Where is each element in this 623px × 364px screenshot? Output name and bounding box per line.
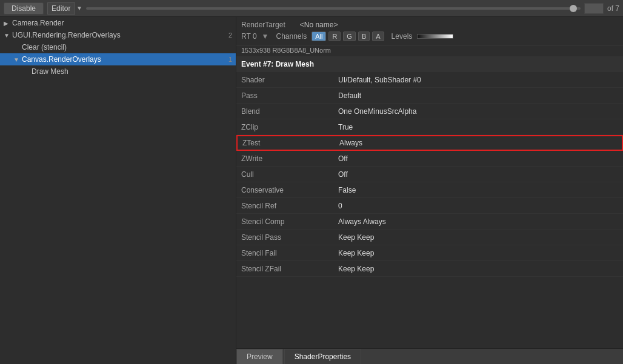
render-target-label: RenderTarget [241,21,285,29]
prop-label-8: Stencil Ref [241,202,338,210]
right-panel: RenderTarget <No name> RT 0 ▼ Channels A… [236,17,623,364]
tree-arrow-camera-render: ▶ [4,20,12,27]
prop-label-10: Stencil Pass [241,233,338,242]
prop-label-2: Blend [241,107,338,116]
prop-value-7: False [338,186,618,194]
prop-label-11: Stencil Fail [241,249,338,257]
prop-label-9: Stencil Comp [241,217,338,226]
prop-label-4: ZTest [242,139,339,147]
prop-row-4: ZTest Always [236,135,623,151]
prop-value-3: True [338,123,618,131]
prop-row-3: ZClip True [236,119,623,135]
prop-value-10: Keep Keep [338,233,618,242]
event-header-label: Event #7: Draw Mesh [241,60,338,68]
channels-label: Channels [276,32,307,41]
levels-label: Levels [391,32,413,41]
channel-b-button[interactable]: B [358,31,370,41]
prop-value-11: Keep Keep [338,249,618,257]
tree-item-canvas-renderoverlays[interactable]: ▼ Canvas.RenderOverlays 1 [0,53,236,65]
top-bar: Disable Editor ▼ 7 of 7 [0,0,623,17]
page-number-input[interactable]: 7 [584,3,604,14]
prop-label-6: Cull [241,170,338,179]
tree-arrow-ugui-rendering: ▼ [4,32,12,39]
page-slider-thumb[interactable] [570,5,577,12]
tree-arrow-canvas-renderoverlays: ▼ [13,56,22,63]
prop-row-8: Stencil Ref 0 [236,198,623,214]
prop-value-8: 0 [338,202,618,210]
prop-row-12: Stencil ZFail Keep Keep [236,261,623,277]
levels-bar [417,34,453,39]
render-target-value: <No name> [300,21,338,29]
editor-select[interactable]: Editor [47,2,75,15]
prop-label-7: Conservative [241,186,338,194]
page-slider-wrap: 7 of 7 [86,3,619,14]
prop-value-2: One OneMinusSrcAlpha [338,107,618,116]
tree-label-canvas-renderoverlays: Canvas.RenderOverlays [22,55,222,64]
prop-value-6: Off [338,170,618,179]
editor-select-wrap: Editor ▼ [47,2,82,15]
tree-item-clear-stencil[interactable]: Clear (stencil) [0,41,236,53]
left-panel: ▶ Camera.Render ▼ UGUI.Rendering.RenderO… [0,17,236,364]
tree-item-camera-render[interactable]: ▶ Camera.Render [0,17,236,29]
tree-item-draw-mesh[interactable]: Draw Mesh [0,65,236,78]
format-text: 1533x938 R8G8B8A8_UNorm [236,45,623,56]
bottom-tabs: PreviewShaderProperties [236,348,623,364]
tab-preview[interactable]: Preview [236,349,283,364]
channel-a-button[interactable]: A [372,31,384,41]
prop-value-4: Always [339,139,617,147]
prop-row-9: Stencil Comp Always Always [236,214,623,230]
prop-label-3: ZClip [241,123,338,131]
channel-g-button[interactable]: G [343,31,356,41]
prop-row-0: Shader UI/Default, SubShader #0 [236,72,623,88]
rt-row: RT 0 ▼ Channels All R G B A Levels [241,30,618,42]
prop-label-1: Pass [241,91,338,100]
tab-shader-properties[interactable]: ShaderProperties [284,349,361,364]
prop-row-6: Cull Off [236,167,623,182]
prop-row-11: Stencil Fail Keep Keep [236,245,623,261]
prop-value-9: Always Always [338,217,618,226]
editor-dropdown-arrow: ▼ [76,5,82,12]
channel-all-button[interactable]: All [312,31,326,41]
prop-row-1: Pass Default [236,88,623,104]
prop-row-5: ZWrite Off [236,151,623,167]
prop-label-0: Shader [241,76,338,84]
channel-r-button[interactable]: R [328,31,341,41]
tree-badge-canvas-renderoverlays: 1 [222,56,232,63]
rt-label: RT 0 [241,32,257,41]
prop-row-2: Blend One OneMinusSrcAlpha [236,104,623,119]
prop-value-12: Keep Keep [338,265,618,273]
prop-label-5: ZWrite [241,154,338,163]
prop-value-1: Default [338,91,618,100]
prop-row-10: Stencil Pass Keep Keep [236,230,623,245]
tree-container: ▶ Camera.Render ▼ UGUI.Rendering.RenderO… [0,17,236,78]
tree-label-ugui-rendering: UGUI.Rendering.RenderOverlays [12,31,222,39]
prop-row-7: Conservative False [236,182,623,198]
tree-item-ugui-rendering[interactable]: ▼ UGUI.Rendering.RenderOverlays 2 [0,29,236,41]
tree-label-draw-mesh: Draw Mesh [32,67,222,76]
info-section: RenderTarget <No name> RT 0 ▼ Channels A… [236,17,623,45]
prop-value-5: Off [338,154,618,163]
props-table: Event #7: Draw Mesh Shader UI/Default, S… [236,56,623,348]
prop-value-0: UI/Default, SubShader #0 [338,76,618,84]
props-container: Shader UI/Default, SubShader #0 Pass Def… [236,72,623,277]
main-content: ▶ Camera.Render ▼ UGUI.Rendering.RenderO… [0,17,623,364]
tree-badge-ugui-rendering: 2 [222,31,232,39]
disable-button[interactable]: Disable [4,2,44,15]
render-target-row: RenderTarget <No name> [241,19,618,30]
prop-label-12: Stencil ZFail [241,265,338,273]
tree-label-camera-render: Camera.Render [12,19,222,27]
page-total-label: of 7 [607,4,619,13]
rt-dropdown-arrow: ▼ [262,32,269,41]
event-header-row: Event #7: Draw Mesh [236,56,623,72]
tabs-container: PreviewShaderProperties [236,349,362,364]
tree-label-clear-stencil: Clear (stencil) [22,43,222,51]
page-slider-track[interactable] [86,7,581,10]
